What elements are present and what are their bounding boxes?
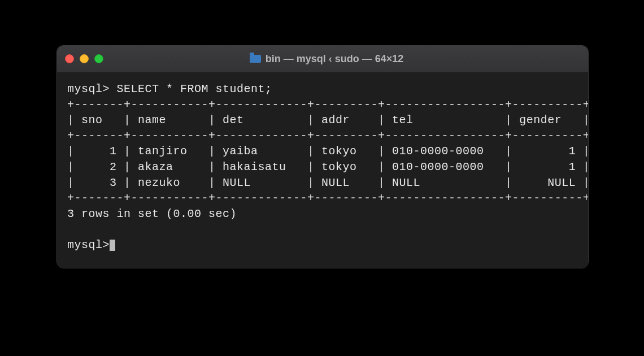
folder-icon [250,55,261,63]
table-row: | 1 | tanjiro | yaiba | tokyo | 010-0000… [67,145,589,158]
window-controls [65,54,103,63]
window-title: bin — mysql ‹ sudo — 64×12 [103,53,550,65]
terminal-window: bin — mysql ‹ sudo — 64×12 mysql> SELECT… [56,45,589,268]
table-row: | 3 | nezuko | NULL | NULL | NULL | NULL… [67,176,589,189]
terminal-body[interactable]: mysql> SELECT * FROM student; +-------+-… [57,72,588,268]
table-border: +-------+-----------+-------------+-----… [67,192,589,205]
status-line: 3 rows in set (0.00 sec) [67,207,237,220]
query-line: mysql> SELECT * FROM student; [67,83,272,95]
cursor-icon [110,240,115,251]
close-button[interactable] [65,54,74,63]
window-title-text: bin — mysql ‹ sudo — 64×12 [266,53,404,65]
prompt: mysql> [67,237,110,253]
window-titlebar: bin — mysql ‹ sudo — 64×12 [57,46,588,72]
maximize-button[interactable] [94,54,103,63]
table-row: | 2 | akaza | hakaisatu | tokyo | 010-00… [67,160,589,173]
table-border: +-------+-----------+-------------+-----… [67,98,589,111]
table-header-row: | sno | name | det | addr | tel | gender… [67,114,589,127]
minimize-button[interactable] [80,54,89,63]
table-border: +-------+-----------+-------------+-----… [67,129,589,142]
